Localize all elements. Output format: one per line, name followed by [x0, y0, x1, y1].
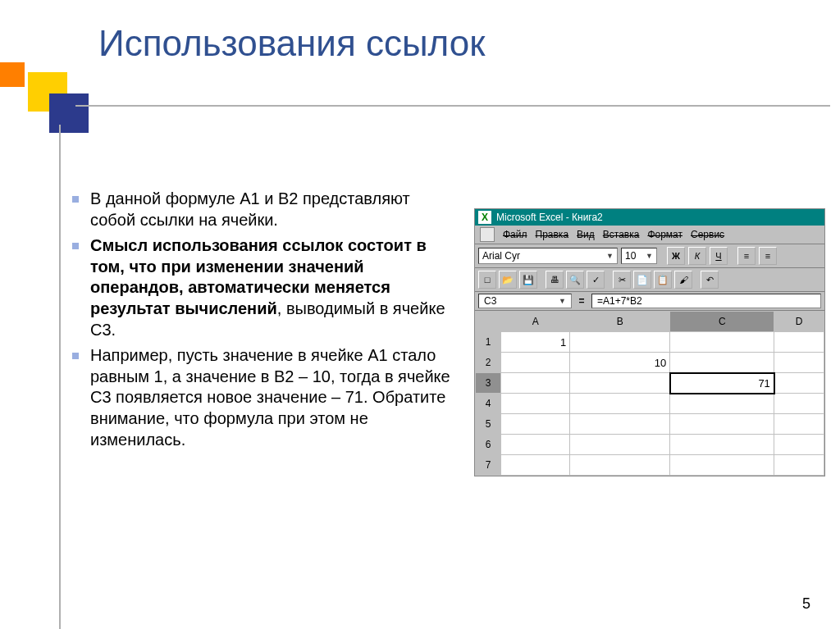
bullet-item: Например, пусть значение в ячейке А1 ста… [72, 345, 458, 450]
cell[interactable] [774, 353, 824, 373]
cell[interactable] [570, 414, 670, 435]
menu-file[interactable]: Файл [503, 229, 527, 240]
cell[interactable] [501, 414, 570, 435]
copy-button[interactable]: 📄 [633, 271, 651, 289]
cell[interactable] [774, 394, 824, 414]
spreadsheet-grid[interactable]: ABCD112103714567 [475, 311, 824, 476]
menu-format[interactable]: Формат [647, 229, 682, 240]
cell[interactable] [501, 373, 570, 394]
undo-button[interactable]: ↶ [701, 271, 719, 289]
bullet-text: В данной формуле А1 и В2 представляют со… [90, 189, 458, 230]
bullet-text: Например, пусть значение в ячейке А1 ста… [90, 345, 458, 450]
cell[interactable] [501, 455, 570, 476]
cell[interactable]: 10 [570, 353, 670, 373]
menu-view[interactable]: Вид [577, 229, 595, 240]
column-header[interactable]: D [774, 312, 824, 332]
bold-button[interactable]: Ж [667, 247, 685, 265]
bullet-marker [72, 196, 79, 203]
font-name-value: Arial Cyr [482, 250, 520, 262]
excel-menubar: Файл Правка Вид Вставка Формат Сервис [475, 226, 824, 244]
chevron-down-icon: ▼ [646, 252, 653, 260]
cell[interactable] [670, 394, 774, 414]
font-toolbar: Arial Cyr ▼ 10 ▼ Ж К Ч ≡ ≡ [475, 244, 824, 268]
cell[interactable] [774, 455, 824, 476]
new-button[interactable]: □ [478, 271, 496, 289]
decor-square-blue [49, 93, 89, 133]
spellcheck-button[interactable]: ✓ [587, 271, 605, 289]
decor-square-orange [0, 62, 25, 87]
font-size-select[interactable]: 10 ▼ [621, 248, 657, 264]
cell[interactable]: 1 [501, 332, 570, 353]
cell[interactable] [501, 394, 570, 414]
preview-button[interactable]: 🔍 [566, 271, 584, 289]
bullet-item: В данной формуле А1 и В2 представляют со… [72, 189, 458, 230]
excel-title-text: Microsoft Excel - Книга2 [496, 212, 603, 223]
name-box[interactable]: C3 ▼ [478, 294, 572, 308]
menu-edit[interactable]: Правка [536, 229, 569, 240]
cell[interactable] [570, 455, 670, 476]
cell[interactable] [670, 414, 774, 435]
open-button[interactable]: 📂 [499, 271, 517, 289]
bullet-text: Смысл использования ссылок состоит в том… [90, 235, 458, 340]
menu-tools[interactable]: Сервис [691, 229, 724, 240]
document-icon [480, 227, 495, 242]
bullet-item: Смысл использования ссылок состоит в том… [72, 235, 458, 340]
standard-toolbar: □ 📂 💾 🖶 🔍 ✓ ✂ 📄 📋 🖌 ↶ [475, 268, 824, 292]
format-painter-button[interactable]: 🖌 [674, 271, 692, 289]
cell[interactable] [570, 435, 670, 455]
decor-line-horizontal [75, 105, 830, 107]
menu-insert[interactable]: Вставка [603, 229, 640, 240]
slide-number: 5 [802, 595, 810, 613]
row-header[interactable]: 5 [476, 414, 501, 435]
cell[interactable] [670, 353, 774, 373]
cell[interactable] [774, 414, 824, 435]
align-left-button[interactable]: ≡ [737, 247, 756, 265]
cell[interactable] [670, 455, 774, 476]
decor-line-vertical [59, 125, 61, 629]
column-header[interactable]: C [670, 312, 774, 332]
cell[interactable] [501, 353, 570, 373]
cell[interactable] [774, 435, 824, 455]
cell[interactable] [774, 373, 824, 394]
excel-app-icon: X [478, 211, 491, 224]
formula-bar: C3 ▼ = =A1+7*B2 [475, 292, 824, 311]
underline-button[interactable]: Ч [710, 247, 728, 265]
column-header[interactable]: B [570, 312, 670, 332]
bullet-marker [72, 353, 79, 359]
cell[interactable] [774, 332, 824, 353]
cell[interactable]: 71 [670, 373, 774, 394]
row-header[interactable]: 1 [476, 332, 501, 353]
excel-titlebar: X Microsoft Excel - Книга2 [475, 209, 824, 226]
formula-value[interactable]: =A1+7*B2 [591, 294, 821, 308]
row-header[interactable]: 7 [476, 455, 501, 476]
excel-window: X Microsoft Excel - Книга2 Файл Правка В… [474, 208, 825, 476]
align-center-button[interactable]: ≡ [759, 247, 777, 265]
font-name-select[interactable]: Arial Cyr ▼ [478, 248, 618, 264]
bullet-marker [72, 243, 79, 249]
cell[interactable] [570, 332, 670, 353]
cell[interactable] [501, 435, 570, 455]
cell[interactable] [670, 332, 774, 353]
slide-body: В данной формуле А1 и В2 представляют со… [72, 189, 458, 455]
cell[interactable] [670, 435, 774, 455]
row-header[interactable]: 4 [476, 394, 501, 414]
italic-button[interactable]: К [688, 247, 706, 265]
cell[interactable] [570, 373, 670, 394]
equals-label: = [572, 295, 591, 307]
column-header[interactable]: A [501, 312, 570, 332]
grid-corner[interactable] [476, 312, 501, 332]
slide-title: Использования ссылок [98, 23, 486, 64]
save-button[interactable]: 💾 [519, 271, 537, 289]
name-box-value: C3 [484, 295, 496, 307]
row-header[interactable]: 2 [476, 353, 501, 373]
row-header[interactable]: 3 [476, 373, 501, 394]
print-button[interactable]: 🖶 [546, 271, 564, 289]
chevron-down-icon: ▼ [606, 252, 614, 260]
row-header[interactable]: 6 [476, 435, 501, 455]
cut-button[interactable]: ✂ [613, 271, 631, 289]
paste-button[interactable]: 📋 [654, 271, 672, 289]
font-size-value: 10 [625, 250, 636, 262]
cell[interactable] [570, 394, 670, 414]
chevron-down-icon: ▼ [559, 297, 566, 305]
